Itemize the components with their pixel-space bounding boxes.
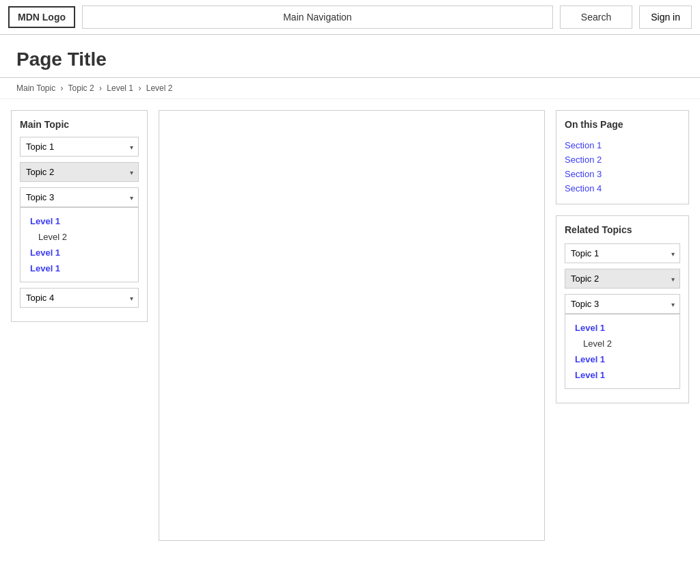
topic-3-submenu: Level 1 Level 2 Level 1 Level 1 <box>20 207 139 282</box>
topic-2-wrapper: Topic 2 ▾ <box>20 162 139 182</box>
submenu-item-level1-0[interactable]: Level 1 <box>26 213 133 229</box>
on-this-page-link-1[interactable]: Section 2 <box>565 152 680 167</box>
on-this-page-box: On this Page Section 1 Section 2 Section… <box>556 110 689 204</box>
right-sidebar: On this Page Section 1 Section 2 Section… <box>556 110 689 403</box>
content-area <box>159 110 545 541</box>
related-topic-1-select[interactable]: Topic 1 <box>565 243 680 263</box>
page-title: Page Title <box>16 49 684 70</box>
topic-4-select[interactable]: Topic 4 <box>20 288 139 308</box>
related-topic-3-wrapper: Topic 3 ▾ <box>565 294 680 314</box>
related-submenu-item-level1-0[interactable]: Level 1 <box>571 320 674 336</box>
breadcrumb-item-1[interactable]: Topic 2 <box>68 83 94 93</box>
on-this-page-title: On this Page <box>565 119 680 130</box>
breadcrumb-item-3[interactable]: Level 2 <box>146 83 173 93</box>
related-submenu-item-level1-1[interactable]: Level 1 <box>571 351 674 367</box>
search-button[interactable]: Search <box>560 5 632 29</box>
header: MDN Logo Main Navigation Search Sign in <box>0 0 700 35</box>
breadcrumb-item-0[interactable]: Main Topic <box>16 83 55 93</box>
related-topic-3-select[interactable]: Topic 3 <box>565 294 680 314</box>
on-this-page-link-0[interactable]: Section 1 <box>565 138 680 152</box>
related-topic-3-submenu: Level 1 Level 2 Level 1 Level 1 <box>565 314 680 389</box>
breadcrumb-sep-0: › <box>60 83 63 93</box>
on-this-page-link-2[interactable]: Section 3 <box>565 167 680 181</box>
sidebar-title: Main Topic <box>20 119 139 130</box>
breadcrumb-sep-2: › <box>138 83 141 93</box>
topic-3-wrapper: Topic 3 ▾ <box>20 187 139 207</box>
related-topics-box: Related Topics Topic 1 ▾ Topic 2 ▾ Topic… <box>556 215 689 403</box>
breadcrumb: Main Topic › Topic 2 › Level 1 › Level 2 <box>0 78 700 99</box>
related-topic-2-select[interactable]: Topic 2 <box>565 269 680 289</box>
breadcrumb-sep-1: › <box>99 83 102 93</box>
submenu-item-level1-1[interactable]: Level 1 <box>26 245 133 260</box>
main-layout: Main Topic Topic 1 ▾ Topic 2 ▾ Topic 3 ▾… <box>0 99 700 552</box>
sign-in-button[interactable]: Sign in <box>639 5 692 29</box>
related-submenu-item-level1-2[interactable]: Level 1 <box>571 367 674 383</box>
topic-2-select[interactable]: Topic 2 <box>20 162 139 182</box>
submenu-item-level1-2[interactable]: Level 1 <box>26 260 133 276</box>
related-topic-1-wrapper: Topic 1 ▾ <box>565 243 680 263</box>
main-navigation[interactable]: Main Navigation <box>82 5 553 29</box>
topic-1-wrapper: Topic 1 ▾ <box>20 137 139 157</box>
topic-3-select[interactable]: Topic 3 <box>20 187 139 207</box>
breadcrumb-item-2[interactable]: Level 1 <box>107 83 133 93</box>
submenu-item-level2-0[interactable]: Level 2 <box>26 229 133 245</box>
related-submenu-item-level2-0[interactable]: Level 2 <box>571 336 674 351</box>
topic-1-select[interactable]: Topic 1 <box>20 137 139 157</box>
logo[interactable]: MDN Logo <box>8 6 75 28</box>
related-topic-2-wrapper: Topic 2 ▾ <box>565 269 680 289</box>
page-title-area: Page Title <box>0 35 700 78</box>
left-sidebar: Main Topic Topic 1 ▾ Topic 2 ▾ Topic 3 ▾… <box>11 110 148 322</box>
topic-4-wrapper: Topic 4 ▾ <box>20 288 139 308</box>
related-topics-title: Related Topics <box>565 224 680 235</box>
on-this-page-link-3[interactable]: Section 4 <box>565 181 680 196</box>
